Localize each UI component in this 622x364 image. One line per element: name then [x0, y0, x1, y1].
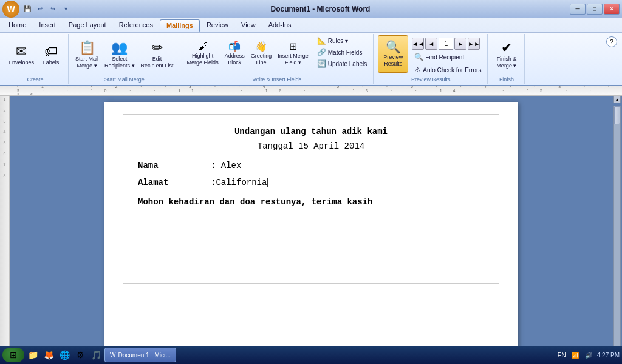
- volume-icon[interactable]: 🔊: [584, 350, 593, 360]
- labels-label: Labels: [43, 59, 60, 66]
- start-merge-label: Start MailMerge ▾: [75, 56, 98, 69]
- document-area[interactable]: Undangan ulang tahun adik kami Tanggal 1…: [10, 96, 612, 359]
- start-mail-merge-buttons: 📋 Start MailMerge ▾ 👥 SelectRecipients ▾…: [73, 35, 176, 75]
- greeting-line-icon: 👋: [255, 42, 267, 52]
- rules-button[interactable]: 📐 Rules ▾: [315, 35, 370, 46]
- field-label-alamat: Alamat: [138, 178, 211, 187]
- network-icon[interactable]: 📶: [570, 350, 580, 360]
- auto-check-label: Auto Check for Errors: [423, 67, 481, 73]
- taskbar-settings-icon[interactable]: ⚙: [73, 348, 87, 362]
- start-merge-icon: 📋: [79, 41, 95, 55]
- tab-add-ins[interactable]: Add-Ins: [262, 19, 298, 32]
- preview-results-button[interactable]: 🔍 PreviewResults: [378, 35, 408, 73]
- scrollbar-thumb[interactable]: [614, 106, 620, 124]
- match-fields-icon: 🔗: [317, 48, 326, 56]
- preview-results-group-label: Preview Results: [411, 76, 451, 84]
- record-navigation: ◄◄ ◄ ► ►►: [412, 38, 484, 50]
- rules-icon: 📐: [317, 36, 326, 45]
- window-title: Document1 - Microsoft Word: [71, 5, 570, 13]
- address-block-button[interactable]: 📬 AddressBlock: [222, 35, 247, 73]
- find-recipient-label: Find Recipient: [425, 54, 464, 61]
- document-body: Mohon kehadiran dan doa restunya, terima…: [138, 197, 484, 207]
- start-button[interactable]: ⊞: [2, 348, 24, 362]
- auto-check-errors-button[interactable]: ⚠ Auto Check for Errors: [412, 64, 484, 75]
- record-number-input[interactable]: [439, 38, 453, 50]
- finish-merge-icon: ✔: [501, 41, 512, 55]
- taskbar-word-app[interactable]: W Document1 - Micr...: [104, 348, 176, 362]
- redo-button[interactable]: ↪: [47, 4, 58, 15]
- save-button[interactable]: 💾: [22, 4, 33, 15]
- prev-record-button[interactable]: ◄: [425, 38, 437, 50]
- field-value-nama: : Alex: [211, 161, 241, 170]
- labels-button[interactable]: 🏷 Labels: [38, 36, 64, 74]
- taskbar-chrome-icon[interactable]: 🌐: [57, 348, 72, 362]
- finish-merge-button[interactable]: ✔ Finish &Merge ▾: [493, 36, 520, 74]
- finish-buttons: ✔ Finish &Merge ▾: [493, 35, 520, 75]
- greeting-line-label: GreetingLine: [251, 53, 272, 66]
- address-block-label: AddressBlock: [225, 53, 245, 66]
- start-mail-merge-button[interactable]: 📋 Start MailMerge ▾: [73, 36, 101, 74]
- close-button[interactable]: ✕: [604, 4, 620, 15]
- envelopes-button[interactable]: ✉ Envelopes: [6, 36, 36, 74]
- insert-merge-icon: ⊞: [289, 42, 297, 52]
- taskbar-explorer-icon[interactable]: 📁: [26, 348, 40, 362]
- preview-results-label: PreviewResults: [383, 54, 403, 67]
- help-button[interactable]: ?: [606, 36, 617, 47]
- maximize-button[interactable]: □: [587, 4, 603, 15]
- tab-view[interactable]: View: [235, 19, 262, 32]
- highlight-merge-fields-button[interactable]: 🖌 HighlightMerge Fields: [185, 35, 221, 73]
- taskbar-right: EN 📶 🔊 4:27 PM: [557, 350, 620, 360]
- taskbar-media-icon[interactable]: 🎵: [89, 348, 103, 362]
- edit-recipient-list-button[interactable]: ✏ EditRecipient List: [138, 36, 176, 74]
- auto-check-icon: ⚠: [414, 66, 421, 74]
- scrollbar-track[interactable]: [613, 106, 621, 347]
- find-recipient-button[interactable]: 🔍 Find Recipient: [412, 52, 484, 62]
- office-button[interactable]: W: [2, 1, 19, 18]
- ribbon-content: ✉ Envelopes 🏷 Labels Create 📋 Start Mail…: [0, 32, 622, 85]
- document-field-alamat: Alamat :California: [138, 178, 484, 187]
- greeting-line-button[interactable]: 👋 GreetingLine: [248, 35, 275, 73]
- select-recipients-button[interactable]: 👥 SelectRecipients ▾: [102, 36, 137, 74]
- select-recipients-icon: 👥: [111, 41, 128, 55]
- tab-review[interactable]: Review: [200, 19, 234, 32]
- title-bar: W 💾 ↩ ↪ ▾ Document1 - Microsoft Word ─ □…: [0, 0, 622, 18]
- page-inner[interactable]: Undangan ulang tahun adik kami Tanggal 1…: [123, 114, 499, 284]
- language-indicator[interactable]: EN: [557, 350, 567, 360]
- taskbar-firefox-icon[interactable]: 🦊: [41, 348, 56, 362]
- ribbon-group-create: ✉ Envelopes 🏷 Labels Create: [2, 34, 69, 84]
- edit-recipient-icon: ✏: [152, 41, 163, 55]
- preview-results-icon: 🔍: [386, 41, 401, 53]
- minimize-button[interactable]: ─: [570, 4, 586, 15]
- create-buttons: ✉ Envelopes 🏷 Labels: [6, 35, 64, 75]
- main-area: 1 2 3 4 5 6 7 8 Undangan ulang tahun adi…: [0, 96, 622, 359]
- last-record-button[interactable]: ►►: [468, 38, 480, 50]
- undo-button[interactable]: ↩: [35, 4, 46, 15]
- insert-merge-field-button[interactable]: ⊞ Insert MergeField ▾: [275, 35, 311, 73]
- labels-icon: 🏷: [44, 45, 58, 58]
- taskbar: ⊞ 📁 🦊 🌐 ⚙ 🎵 W Document1 - Micr... EN 📶 🔊…: [0, 346, 622, 364]
- ribbon: Home Insert Page Layout References Maili…: [0, 18, 622, 86]
- field-label-nama: Nama: [138, 161, 211, 170]
- finish-merge-label: Finish &Merge ▾: [496, 56, 516, 69]
- insert-merge-label: Insert MergeField ▾: [278, 53, 309, 66]
- update-labels-label: Update Labels: [328, 61, 367, 67]
- taskbar-word-label: Document1 - Micr...: [118, 352, 171, 359]
- first-record-button[interactable]: ◄◄: [412, 38, 424, 50]
- taskbar-word-icon: W: [110, 352, 115, 359]
- customize-button[interactable]: ▾: [60, 4, 71, 15]
- tab-insert[interactable]: Insert: [33, 19, 62, 32]
- vertical-ruler: 1 2 3 4 5 6 7 8: [0, 96, 10, 359]
- scroll-up-button[interactable]: ▲: [613, 96, 621, 103]
- tab-references[interactable]: References: [113, 19, 159, 32]
- tab-mailings[interactable]: Mailings: [160, 19, 200, 32]
- next-record-button[interactable]: ►: [454, 38, 466, 50]
- update-labels-button[interactable]: 🔄 Update Labels: [315, 58, 370, 69]
- highlight-icon: 🖌: [198, 42, 208, 52]
- envelopes-label: Envelopes: [9, 59, 34, 66]
- match-fields-button[interactable]: 🔗 Match Fields: [315, 47, 370, 58]
- window-controls: ─ □ ✕: [570, 4, 620, 15]
- document-subtitle: Tanggal 15 April 2014: [138, 141, 484, 151]
- tab-home[interactable]: Home: [2, 19, 32, 32]
- document-field-nama: Nama : Alex: [138, 161, 484, 170]
- tab-page-layout[interactable]: Page Layout: [63, 19, 112, 32]
